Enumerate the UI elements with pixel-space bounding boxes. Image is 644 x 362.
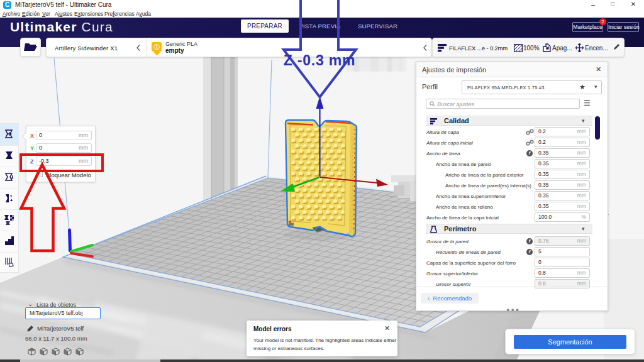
- svg-text:Z -0.3 mm: Z -0.3 mm: [284, 52, 356, 69]
